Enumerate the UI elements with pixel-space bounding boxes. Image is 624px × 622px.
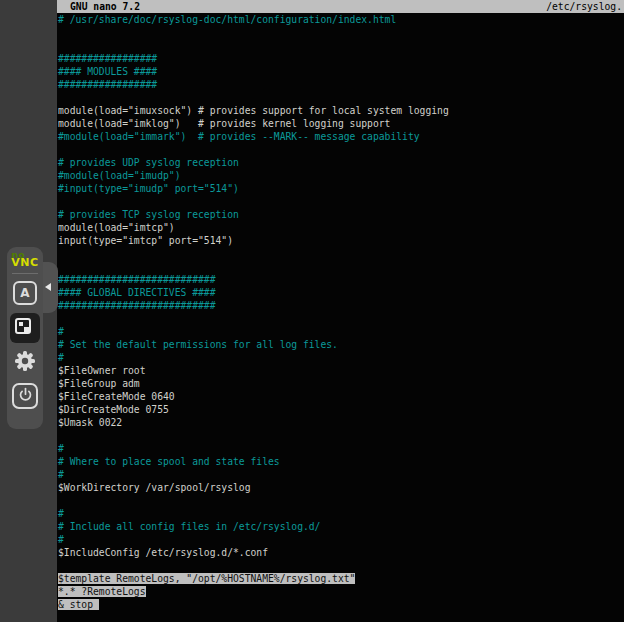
editor-line: input(type="imtcp" port="514")	[58, 234, 624, 247]
editor-line: #################	[58, 78, 624, 91]
editor-line	[58, 195, 624, 208]
editor-line: $FileCreateMode 0640	[58, 390, 624, 403]
editor-line: #### GLOBAL DIRECTIVES ####	[58, 286, 624, 299]
editor-line: #	[58, 442, 624, 455]
editor-line	[58, 559, 624, 572]
editor-line: #	[58, 351, 624, 364]
power-icon	[18, 387, 33, 406]
editor-line: $FileGroup adm	[58, 377, 624, 390]
nano-file-title: /etc/rsyslog.	[546, 0, 622, 13]
fullscreen-button[interactable]	[10, 313, 40, 343]
chevron-left-icon	[45, 283, 51, 291]
novnc-control-bar: no VNC A	[7, 247, 43, 429]
editor-line: & stop	[58, 598, 624, 611]
editor-line: $DirCreateMode 0755	[58, 403, 624, 416]
editor-line: $WorkDirectory /var/spool/rsyslog	[58, 481, 624, 494]
settings-button[interactable]	[13, 349, 37, 377]
extra-keys-button[interactable]: A	[13, 281, 37, 305]
editor-line	[58, 26, 624, 39]
editor-line: $IncludeConfig /etc/rsyslog.d/*.conf	[58, 546, 624, 559]
editor-line	[58, 260, 624, 273]
divider	[12, 273, 38, 274]
editor-line: # provides UDP syslog reception	[58, 156, 624, 169]
editor-line: #################	[58, 52, 624, 65]
terminal-screen[interactable]: GNU nano 7.2 /etc/rsyslog. # /usr/share/…	[57, 0, 624, 622]
editor-line: ###########################	[58, 273, 624, 286]
editor-line: #	[58, 325, 624, 338]
editor-line	[58, 429, 624, 442]
editor-line: $template RemoteLogs, "/opt/%HOSTNAME%/r…	[58, 572, 624, 585]
disconnect-button[interactable]	[12, 383, 38, 409]
editor-lines: # /usr/share/doc/rsyslog-doc/html/config…	[57, 13, 624, 611]
editor-line: # Set the default permissions for all lo…	[58, 338, 624, 351]
editor-line: module(load="imtcp")	[58, 221, 624, 234]
editor-line: ###########################	[58, 299, 624, 312]
editor-line	[58, 143, 624, 156]
novnc-logo-vnc: VNC	[11, 259, 38, 267]
editor-line	[58, 247, 624, 260]
editor-line: $Umask 0022	[58, 416, 624, 429]
editor-line	[58, 494, 624, 507]
editor-line: #	[58, 468, 624, 481]
editor-line	[58, 91, 624, 104]
editor-line: # provides TCP syslog reception	[58, 208, 624, 221]
editor-line	[58, 39, 624, 52]
editor-line: module(load="imuxsock") # provides suppo…	[58, 104, 624, 117]
editor-line: #module(load="imudp")	[58, 169, 624, 182]
editor-line: #	[58, 507, 624, 520]
editor-line: # /usr/share/doc/rsyslog-doc/html/config…	[58, 13, 624, 26]
novnc-logo: no VNC	[11, 251, 38, 267]
editor-line: #module(load="immark") # provides --MARK…	[58, 130, 624, 143]
gear-icon	[13, 349, 37, 377]
editor-line: #### MODULES ####	[58, 65, 624, 78]
editor-line: module(load="imklog") # provides kernel …	[58, 117, 624, 130]
editor-line: *.* ?RemoteLogs	[58, 585, 624, 598]
editor-line	[58, 312, 624, 325]
editor-line: # Where to place spool and state files	[58, 455, 624, 468]
keyboard-a-icon: A	[20, 281, 29, 305]
nano-app-title: GNU nano 7.2	[70, 0, 140, 13]
nano-titlebar: GNU nano 7.2 /etc/rsyslog.	[57, 0, 624, 13]
editor-line: #	[58, 533, 624, 546]
editor-line: # Include all config files in /etc/rsysl…	[58, 520, 624, 533]
editor-line: $FileOwner root	[58, 364, 624, 377]
editor-line: #input(type="imudp" port="514")	[58, 182, 624, 195]
